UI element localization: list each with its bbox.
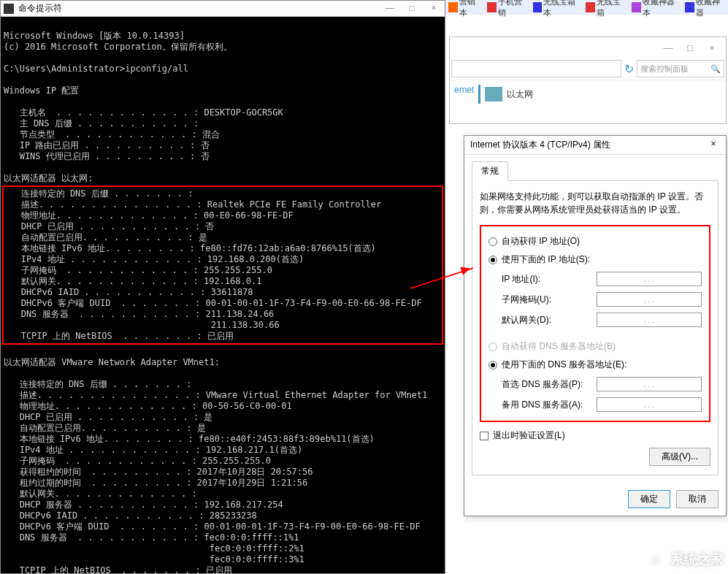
gateway-input[interactable]: . . . [597,313,702,327]
validate-checkbox[interactable]: 退出时验证设置(L) [480,422,710,445]
browser-toolbar: 营销本 手机营销 无线宝箱本 无线宝箱 收藏神器本 收藏神器 [445,0,728,15]
minimize-button[interactable]: — [379,1,401,15]
toolbar-item[interactable]: 收藏神器 [682,0,728,18]
ip-address-label: IP 地址(I): [502,273,597,286]
cancel-button[interactable]: 取消 [676,490,719,508]
explorer-window: — □ × ↻ 搜索控制面板 🔍 ernet 以太网 [449,37,727,124]
manual-dns-radio[interactable]: 使用下面的 DNS 服务器地址(E): [488,356,702,374]
subnet-mask-label: 子网掩码(U): [502,294,597,306]
ethernet-adapter-item[interactable]: 以太网 [478,85,533,104]
network-icon [485,87,502,102]
cmd-title: 命令提示符 [18,2,62,15]
auto-ip-radio[interactable]: 自动获得 IP 地址(O) [488,232,702,250]
address-bar[interactable] [451,60,621,77]
ip-address-input[interactable]: . . . [597,272,702,286]
toolbar-item[interactable]: 无线宝箱本 [530,0,583,18]
close-icon[interactable]: × [707,139,720,152]
dialog-title: Internet 协议版本 4 (TCP/IPv4) 属性 [470,139,610,151]
highlighted-settings: 自动获得 IP 地址(O) 使用下面的 IP 地址(S): IP 地址(I): … [480,225,710,422]
advanced-button[interactable]: 高级(V)... [649,448,710,466]
dns1-label: 首选 DNS 服务器(P): [502,378,597,391]
dialog-description: 如果网络支持此功能，则可以获取自动指派的 IP 设置。否则，你需要从网络系统管理… [480,190,710,216]
watermark: ⌂ 系统之家 [643,549,724,570]
search-icon: 🔍 [710,64,721,74]
gateway-label: 默认网关(D): [502,314,597,326]
maximize-button[interactable]: □ [401,1,423,15]
subnet-mask-input[interactable]: . . . [597,292,702,307]
manual-ip-radio[interactable]: 使用下面的 IP 地址(S): [488,250,702,269]
auto-dns-radio: 自动获得 DNS 服务器地址(B) [488,337,702,356]
search-input[interactable]: 搜索控制面板 🔍 [637,60,724,77]
dns1-input[interactable]: . . . [597,377,702,391]
close-button[interactable]: × [423,1,445,15]
close-button[interactable]: × [701,42,723,53]
maximize-button[interactable]: □ [679,42,701,53]
tcpip-properties-dialog: Internet 协议版本 4 (TCP/IPv4) 属性 × 常规 如果网络支… [464,135,727,516]
toolbar-item[interactable]: 营销本 [445,0,484,18]
toolbar-item[interactable]: 无线宝箱 [583,0,629,18]
dns2-label: 备用 DNS 服务器(A): [502,399,597,411]
watermark-logo-icon: ⌂ [643,549,668,570]
dns2-input[interactable]: . . . [597,397,702,412]
toolbar-item[interactable]: 收藏神器本 [629,0,682,18]
minimize-button[interactable]: — [657,42,679,53]
toolbar-item[interactable]: 手机营销 [484,0,530,18]
cmd-titlebar[interactable]: 命令提示符 — □ × [1,1,445,17]
cmd-output: Microsoft Windows [版本 10.0.14393] (c) 20… [1,17,445,574]
tab-general[interactable]: 常规 [472,161,508,181]
ok-button[interactable]: 确定 [628,490,670,508]
refresh-icon[interactable]: ↻ [624,62,634,76]
sidebar-label: ernet [454,85,474,104]
command-prompt-window: 命令提示符 — □ × Microsoft Windows [版本 10.0.1… [0,0,445,574]
cmd-icon [4,4,14,14]
